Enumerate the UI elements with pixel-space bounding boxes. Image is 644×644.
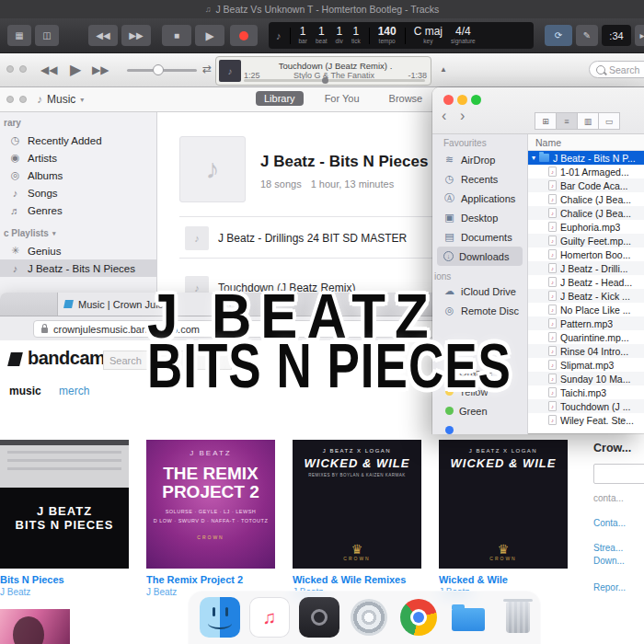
contact-link[interactable]: Conta... xyxy=(593,518,644,528)
zoom-window-button[interactable] xyxy=(471,95,481,105)
play-button[interactable]: ▶ xyxy=(195,25,224,46)
file-row[interactable]: ♪Chalice (J Bea... xyxy=(528,206,644,220)
sidebar-item-artists[interactable]: ◉ Artists xyxy=(0,149,156,167)
pencil-tool-button[interactable]: ✎ xyxy=(576,25,598,46)
file-row[interactable]: ♪Sunday 10 Ma... xyxy=(528,372,644,385)
file-row[interactable]: ♪Bar Code Aca... xyxy=(528,178,644,192)
previous-track-button[interactable]: ◀◀ xyxy=(40,63,57,76)
album-artist-link[interactable]: J Beatz xyxy=(0,587,129,597)
cycle-loop-button[interactable]: ⟳ xyxy=(545,25,572,46)
tab-for-you[interactable]: For You xyxy=(316,91,368,106)
sidebar-item-documents[interactable]: ▤ Documents xyxy=(432,227,527,247)
album-cover-wicked-wile-remixes[interactable]: J BEATZ X LOGAN WICKED & WILE REMIXES BY… xyxy=(293,440,421,569)
column-view-button[interactable]: ▥ xyxy=(577,112,599,130)
sidebar-item-downloads[interactable]: ↓ Downloads xyxy=(437,247,523,266)
minimize-window-button[interactable] xyxy=(457,95,467,105)
file-row[interactable]: ♪Slipmat.mp3 xyxy=(528,358,644,372)
window-close-button[interactable] xyxy=(6,96,14,103)
sidebar-item-recently-added[interactable]: ◷ Recently Added xyxy=(0,132,156,149)
file-row[interactable]: ♪Homerton Boo... xyxy=(528,247,644,261)
dock-downloads-folder-icon[interactable] xyxy=(448,597,489,638)
file-row[interactable]: ♪Chalice (J Bea... xyxy=(528,192,644,206)
contact-input[interactable] xyxy=(593,464,644,484)
sidebar-item-applications[interactable]: Ⓐ Applications xyxy=(432,189,527,208)
sidebar-item-genius[interactable]: ✳ Genius xyxy=(0,242,156,259)
file-row-folder[interactable]: ▾ J Beatz - Bits N P... xyxy=(528,151,644,165)
file-row[interactable]: ♪J Beatz - Drilli... xyxy=(528,261,644,275)
media-source-dropdown[interactable]: ♪ Music ▾ xyxy=(37,93,84,106)
nav-music-link[interactable]: music xyxy=(9,385,41,397)
key-display[interactable]: C maj key xyxy=(414,26,443,45)
album-title-link[interactable]: The Remix Project 2 xyxy=(146,574,275,585)
file-row[interactable]: ♪1-01 Armaged... xyxy=(528,165,644,178)
tab-browse[interactable]: Browse xyxy=(381,91,431,106)
file-row[interactable]: ♪J Beatz - Kick ... xyxy=(528,289,644,303)
sidebar-item-airdrop[interactable]: ≋ AirDrop xyxy=(432,150,527,169)
gallery-view-button[interactable]: ▭ xyxy=(598,112,620,130)
sidebar-item-songs[interactable]: ♪ Songs xyxy=(0,184,156,201)
chevron-down-icon[interactable]: ▾ xyxy=(52,230,56,237)
album-cover-wicked-wile[interactable]: J BEATZ X LOGAN WICKED & WILE ♛ CROWN xyxy=(439,440,568,569)
sidebar-item-recents[interactable]: ◷ Recents xyxy=(432,169,527,189)
file-row[interactable]: ♪Euphoria.mp3 xyxy=(528,220,644,234)
next-track-button[interactable]: ▶▶ xyxy=(92,63,109,76)
file-row[interactable]: ♪Taichi.mp3 xyxy=(528,385,644,399)
volume-knob[interactable] xyxy=(153,64,164,75)
sidebar-item-remote-disc[interactable]: ◎ Remote Disc xyxy=(432,301,527,320)
dock-chrome-icon[interactable] xyxy=(398,597,439,638)
name-column-header[interactable]: Name xyxy=(528,134,644,151)
file-row[interactable]: ♪Guilty Feet.mp... xyxy=(528,234,644,247)
album-cover-partial[interactable] xyxy=(0,609,70,644)
disclosure-triangle-icon[interactable]: ▾ xyxy=(532,154,535,162)
dock-music-icon[interactable]: ♫ xyxy=(249,597,290,638)
download-help-link[interactable]: Down... xyxy=(593,556,644,566)
dock-logic-pro-icon[interactable] xyxy=(299,597,339,638)
album-title-link[interactable]: Wicked & Wile Remixes xyxy=(293,574,421,585)
report-link[interactable]: Repor... xyxy=(593,582,644,592)
file-row[interactable]: ♪Touchdown (J ... xyxy=(528,399,644,413)
window-minimize-button[interactable] xyxy=(19,96,27,103)
album-title-link[interactable]: Wicked & Wile xyxy=(439,574,568,585)
search-field[interactable]: Search xyxy=(589,61,644,78)
file-row[interactable]: ♪Rinse 04 Intro... xyxy=(528,344,644,358)
album-title-link[interactable]: Bits N Pieces xyxy=(0,574,129,585)
progress-bar[interactable] xyxy=(244,79,425,82)
tempo-display[interactable]: 140 tempo xyxy=(378,26,397,45)
stop-button[interactable]: ■ xyxy=(162,25,191,46)
dock-trash-icon[interactable] xyxy=(498,597,538,638)
record-button[interactable] xyxy=(230,25,258,46)
back-button[interactable]: ‹ xyxy=(442,108,446,124)
streaming-help-link[interactable]: Strea... xyxy=(593,543,644,553)
album-cover-bits-n-pieces[interactable]: J BEATZ BITS N PIECES xyxy=(0,440,129,569)
signature-display[interactable]: 4/4 signature xyxy=(451,26,476,45)
fast-forward-button[interactable]: ▶▶ xyxy=(121,25,151,46)
forward-button[interactable]: › xyxy=(460,108,465,124)
up-next-chevron-button[interactable]: ▲ xyxy=(440,65,447,74)
sidebar-item-j-beatz-bits-n-pieces[interactable]: ♪ J Beatz - Bits N Pieces xyxy=(0,259,156,277)
window-close-button[interactable] xyxy=(6,65,14,73)
sidebar-item-albums[interactable]: ◎ Albums xyxy=(0,167,156,184)
dock-dvd-player-icon[interactable] xyxy=(349,597,389,638)
sidebar-item-desktop[interactable]: ▣ Desktop xyxy=(432,208,527,227)
window-minimize-button[interactable] xyxy=(19,65,27,73)
sidebar-tag-blue[interactable] xyxy=(432,420,527,434)
list-view-button[interactable]: ≡ xyxy=(556,112,578,130)
library-toggle-button[interactable]: ▦ xyxy=(7,25,31,46)
tab-library[interactable]: Library xyxy=(256,91,304,106)
sidebar-tag-green[interactable]: Green xyxy=(432,401,527,420)
file-row[interactable]: ♪Pattern.mp3 xyxy=(528,316,644,330)
sidebar-item-genres[interactable]: ♬ Genres xyxy=(0,201,156,219)
track-row[interactable]: ♪ J Beatz - Drillings 24 BIT SD MASTER xyxy=(185,226,407,250)
file-row[interactable]: ♪Quarintine.mp... xyxy=(528,330,644,344)
toolbar-overflow-button[interactable]: ▸ xyxy=(635,25,644,46)
rewind-button[interactable]: ◀◀ xyxy=(88,25,118,46)
shuffle-icon[interactable]: ⇄ xyxy=(202,63,212,75)
sidebar-item-icloud-drive[interactable]: ☁ iCloud Drive xyxy=(432,282,527,301)
play-button[interactable]: ▶ xyxy=(70,61,81,78)
file-row[interactable]: ♪J Beatz - Head... xyxy=(528,275,644,289)
progress-knob[interactable] xyxy=(322,77,328,84)
icon-view-button[interactable]: ⊞ xyxy=(535,112,557,130)
album-cover-remix-project-2[interactable]: J BEATZ THE REMIX PROJECT 2 SOLURSE · GE… xyxy=(146,440,275,569)
file-row[interactable]: ♪Wiley Feat. Ste... xyxy=(528,413,644,427)
close-window-button[interactable] xyxy=(443,95,454,105)
